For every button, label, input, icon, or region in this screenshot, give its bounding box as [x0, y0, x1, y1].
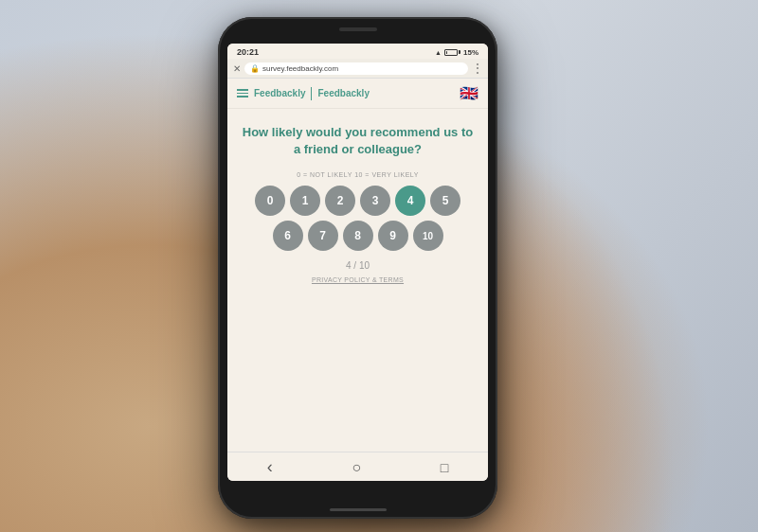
battery-icon: [444, 49, 460, 56]
recent-nav-button[interactable]: □: [441, 460, 448, 475]
hamburger-menu-button[interactable]: [237, 89, 248, 98]
app-header: Feedbackly Feedbackly 🇬🇧: [227, 79, 488, 109]
url-bar[interactable]: 🔒 survey.feedbackly.com: [244, 62, 468, 75]
back-nav-button[interactable]: ‹: [267, 457, 273, 477]
browser-close-button[interactable]: ✕: [233, 63, 241, 74]
phone-device: 20:21 ▲ 15% ✕ 🔒 survey.feedbackly.com ⋮: [218, 17, 497, 519]
survey-content: How likely would you recommend us to a f…: [227, 109, 488, 452]
signal-icon: ▲: [435, 49, 442, 56]
num-btn-6[interactable]: 6: [273, 221, 303, 251]
num-btn-4[interactable]: 4: [395, 186, 425, 216]
lock-icon: 🔒: [250, 64, 260, 73]
status-bar: 20:21 ▲ 15%: [227, 44, 488, 59]
home-nav-button[interactable]: ○: [352, 459, 361, 476]
logo-primary: Feedbackly: [254, 88, 305, 98]
num-btn-7[interactable]: 7: [308, 221, 338, 251]
num-btn-9[interactable]: 9: [378, 221, 408, 251]
num-btn-0[interactable]: 0: [255, 186, 285, 216]
privacy-policy-link[interactable]: PRIVACY POLICY & TERMS: [312, 276, 404, 283]
num-btn-5[interactable]: 5: [430, 186, 460, 216]
logo-secondary: Feedbackly: [317, 88, 369, 98]
phone-speaker: [339, 27, 377, 31]
status-time: 20:21: [237, 47, 259, 57]
number-row-1: 0 1 2 3 4 5: [255, 186, 460, 216]
progress-indicator: 4 / 10: [346, 260, 370, 271]
num-btn-8[interactable]: 8: [343, 221, 373, 251]
url-text: survey.feedbackly.com: [262, 64, 338, 73]
survey-question: How likely would you recommend us to a f…: [239, 124, 477, 158]
browser-bar: ✕ 🔒 survey.feedbackly.com ⋮: [227, 59, 488, 79]
battery-percent: 15%: [463, 48, 478, 57]
status-right: ▲ 15%: [435, 48, 478, 57]
num-btn-1[interactable]: 1: [290, 186, 320, 216]
logo-divider: [311, 87, 312, 100]
browser-menu-button[interactable]: ⋮: [472, 62, 482, 75]
phone-home-bar: [330, 508, 387, 511]
num-btn-3[interactable]: 3: [360, 186, 390, 216]
num-btn-2[interactable]: 2: [325, 186, 355, 216]
language-flag[interactable]: 🇬🇧: [460, 84, 478, 102]
phone-nav-bar: ‹ ○ □: [227, 452, 488, 481]
number-grid: 0 1 2 3 4 5 6 7 8 9 10: [255, 186, 460, 251]
scale-label: 0 = NOT LIKELY 10 = VERY LIKELY: [297, 171, 419, 178]
phone-screen: 20:21 ▲ 15% ✕ 🔒 survey.feedbackly.com ⋮: [227, 44, 488, 481]
number-row-2: 6 7 8 9 10: [255, 221, 460, 251]
num-btn-10[interactable]: 10: [413, 221, 443, 251]
